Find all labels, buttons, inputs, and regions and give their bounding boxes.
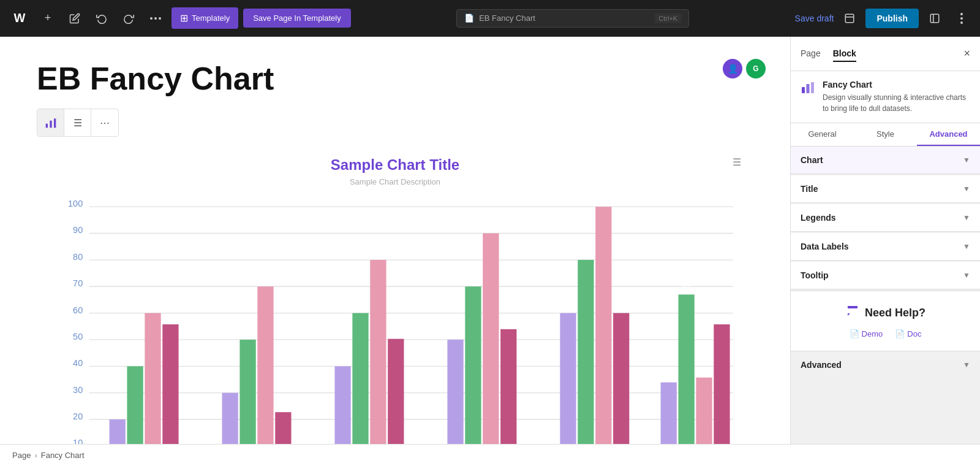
svg-text:52: 52 bbox=[391, 329, 401, 338]
save-draft-button[interactable]: Save draft bbox=[795, 13, 834, 23]
advanced-header[interactable]: Advanced ▼ bbox=[791, 351, 980, 378]
svg-text:80: 80 bbox=[581, 250, 590, 259]
svg-text:20: 20 bbox=[73, 411, 83, 421]
bar-group-item1: 30 50 70 24 Item 1 bbox=[222, 276, 292, 466]
sub-tab-advanced[interactable]: Advanced bbox=[917, 123, 980, 146]
tab-block[interactable]: Block bbox=[833, 46, 856, 62]
chart-description: Sample Chart Description bbox=[49, 177, 741, 186]
canvas-area: 👤 G EB Fancy Chart ☰ ⋯ ☰ Sample Chart Ti… bbox=[0, 37, 790, 466]
doc-link[interactable]: 📄 Doc bbox=[895, 329, 921, 338]
bar-group-item4: 50 70 90 54 Item 4 bbox=[447, 223, 516, 466]
svg-rect-39 bbox=[145, 313, 160, 466]
search-text: EB Fancy Chart bbox=[479, 13, 535, 23]
canvas-content: 👤 G EB Fancy Chart ☰ ⋯ ☰ Sample Chart Ti… bbox=[0, 37, 790, 466]
accordion-data-labels-header[interactable]: Data Labels ▼ bbox=[791, 233, 980, 260]
svg-text:56: 56 bbox=[717, 314, 726, 323]
canvas-icons: 👤 G bbox=[723, 59, 766, 78]
svg-rect-10 bbox=[45, 124, 47, 128]
svg-text:54: 54 bbox=[504, 319, 513, 328]
accordion-chart: Chart ▼ bbox=[791, 147, 980, 174]
accordion-legends-header[interactable]: Legends ▼ bbox=[791, 204, 980, 231]
accordion-chart-chevron: ▼ bbox=[963, 156, 970, 164]
more-toolbar-icon[interactable]: ⋯ bbox=[91, 109, 118, 136]
accordion-data-labels-label: Data Labels bbox=[801, 242, 849, 251]
add-block-button[interactable]: + bbox=[37, 7, 59, 29]
undo-button[interactable] bbox=[91, 7, 113, 29]
svg-text:40: 40 bbox=[338, 356, 347, 365]
sub-tab-style[interactable]: Style bbox=[854, 123, 917, 146]
breadcrumb-root[interactable]: Page bbox=[12, 451, 31, 460]
plugin-text: Fancy Chart Design visually stunning & i… bbox=[823, 80, 970, 114]
svg-text:60: 60 bbox=[73, 305, 83, 315]
svg-rect-5 bbox=[930, 14, 939, 23]
panel-header: Page Block × bbox=[791, 37, 980, 71]
sub-tabs: General Style Advanced bbox=[791, 123, 980, 147]
svg-text:60: 60 bbox=[356, 303, 365, 312]
toolbar: W + ⊞ Templately Save Page In Templately… bbox=[0, 0, 980, 37]
svg-text:40: 40 bbox=[73, 358, 83, 368]
svg-text:60: 60 bbox=[617, 303, 626, 312]
svg-text:60: 60 bbox=[148, 303, 157, 312]
publish-button[interactable]: Publish bbox=[865, 9, 919, 28]
templately-button[interactable]: ⊞ Templately bbox=[172, 7, 238, 29]
accordion-tooltip-chevron: ▼ bbox=[963, 271, 970, 280]
svg-rect-64 bbox=[465, 286, 481, 466]
accordion-legends-chevron: ▼ bbox=[963, 213, 970, 222]
chart-widget: ☰ Sample Chart Title Sample Chart Descri… bbox=[37, 144, 753, 466]
grammarly-icon[interactable]: G bbox=[746, 59, 766, 78]
save-templately-button[interactable]: Save Page In Templately bbox=[243, 9, 351, 28]
search-bar[interactable]: 📄 EB Fancy Chart Ctrl+K bbox=[456, 9, 689, 28]
chart-toolbar-icon[interactable] bbox=[37, 109, 64, 136]
plugin-desc: Design visually stunning & interactive c… bbox=[823, 92, 970, 114]
help-section: Need Help? 📄 Demo 📄 Doc bbox=[791, 291, 980, 351]
accordion-chart-header[interactable]: Chart ▼ bbox=[791, 147, 980, 174]
plugin-name: Fancy Chart bbox=[823, 80, 970, 90]
svg-rect-82 bbox=[679, 295, 695, 466]
right-panel: Page Block × Fancy Chart Design visually… bbox=[790, 37, 980, 466]
svg-text:70: 70 bbox=[469, 276, 478, 285]
edit-button[interactable] bbox=[64, 7, 86, 29]
accordion-chart-label: Chart bbox=[801, 155, 823, 165]
templately-icon: ⊞ bbox=[180, 12, 188, 24]
user-icon[interactable]: 👤 bbox=[723, 59, 742, 78]
search-shortcut: Ctrl+K bbox=[655, 13, 681, 23]
demo-link[interactable]: 📄 Demo bbox=[850, 329, 883, 338]
close-panel-button[interactable]: × bbox=[963, 47, 970, 60]
svg-rect-77 bbox=[613, 313, 629, 466]
svg-rect-97 bbox=[802, 87, 805, 93]
svg-text:50: 50 bbox=[451, 329, 460, 338]
accordion-title-header[interactable]: Title ▼ bbox=[791, 175, 980, 202]
tab-page[interactable]: Page bbox=[801, 46, 821, 62]
list-toolbar-icon[interactable]: ☰ bbox=[64, 109, 91, 136]
settings-button[interactable] bbox=[924, 7, 946, 29]
help-icon bbox=[845, 304, 860, 322]
svg-rect-57 bbox=[370, 260, 386, 466]
demo-icon: 📄 bbox=[850, 329, 859, 338]
svg-text:56: 56 bbox=[166, 314, 175, 323]
svg-point-7 bbox=[960, 13, 963, 15]
wp-logo[interactable]: W bbox=[7, 6, 32, 31]
page-title: EB Fancy Chart bbox=[37, 61, 753, 96]
more-options-button[interactable] bbox=[951, 7, 973, 29]
doc-icon: 📄 bbox=[895, 329, 905, 338]
accordion-tooltip-header[interactable]: Tooltip ▼ bbox=[791, 262, 980, 289]
svg-text:36: 36 bbox=[699, 367, 709, 376]
breadcrumb-current: Fancy Chart bbox=[41, 451, 85, 460]
svg-text:60: 60 bbox=[564, 303, 573, 312]
accordion-tooltip-label: Tooltip bbox=[801, 270, 829, 280]
redo-button[interactable] bbox=[118, 7, 140, 29]
chart-title: Sample Chart Title bbox=[49, 156, 741, 174]
sub-tab-general[interactable]: General bbox=[791, 123, 854, 146]
view-modes-button[interactable] bbox=[839, 7, 861, 29]
svg-point-9 bbox=[960, 21, 963, 24]
svg-rect-11 bbox=[50, 121, 51, 128]
more-tools-button[interactable] bbox=[145, 7, 167, 29]
svg-rect-48 bbox=[257, 286, 273, 466]
chart-menu-icon[interactable]: ☰ bbox=[733, 156, 741, 168]
plugin-icon bbox=[801, 81, 815, 99]
toolbar-center: 📄 EB Fancy Chart Ctrl+K bbox=[356, 9, 790, 28]
svg-text:70: 70 bbox=[261, 276, 270, 285]
chart-svg-container: 0 10 20 30 40 50 60 70 80 90 100 bbox=[49, 199, 741, 466]
svg-text:50: 50 bbox=[73, 332, 83, 342]
bar-group-item2: 20 40 60 56 Item 2 bbox=[110, 303, 179, 466]
